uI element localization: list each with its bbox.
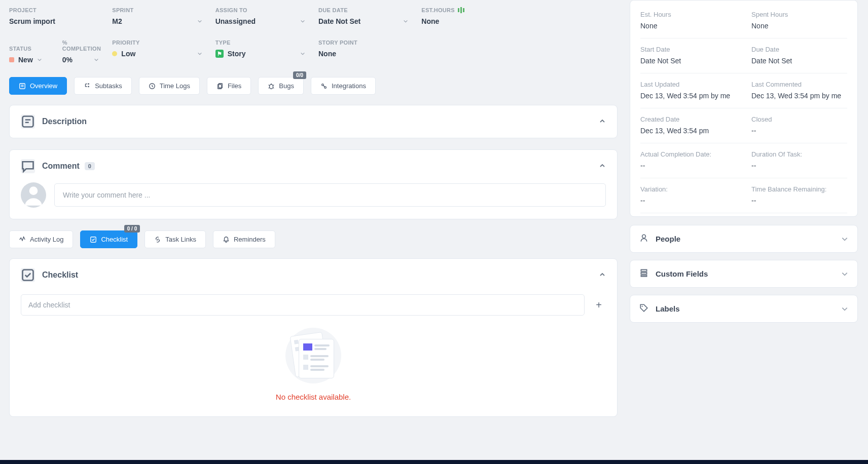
comment-input[interactable] <box>54 183 606 207</box>
tab-overview[interactable]: Overview <box>9 77 67 95</box>
tab-reminders[interactable]: Reminders <box>213 230 275 248</box>
svg-point-17 <box>642 306 643 307</box>
panel-comment-title: Comment <box>42 162 80 171</box>
dropdown-due[interactable]: Date Not Set <box>318 17 411 25</box>
svg-rect-16 <box>641 276 646 277</box>
value-assign: Unassigned <box>215 17 256 25</box>
custom-fields-icon <box>639 268 648 279</box>
tag-icon <box>639 303 648 314</box>
dropdown-priority[interactable]: Low <box>112 50 205 58</box>
svg-point-1 <box>88 83 90 85</box>
value-priority: Low <box>121 50 135 58</box>
value-completion: 0% <box>62 56 73 64</box>
dropdown-sprint[interactable]: M2 <box>112 17 205 25</box>
chevron-down-icon <box>197 19 202 24</box>
tab-integrations[interactable]: Integrations <box>311 77 376 95</box>
label-project: PROJECT <box>9 7 102 13</box>
tab-checklist[interactable]: Checklist 0 / 0 <box>80 230 137 248</box>
dropdown-assign[interactable]: Unassigned <box>215 17 308 25</box>
label-type: TYPE <box>215 40 308 46</box>
chevron-down-icon <box>841 236 848 243</box>
accordion-labels[interactable]: Labels <box>630 295 858 323</box>
clock-icon <box>149 83 156 90</box>
chevron-up-icon <box>599 271 606 280</box>
comment-count-badge: 0 <box>85 162 95 170</box>
subtasks-icon <box>84 83 91 90</box>
integrations-icon <box>320 83 328 90</box>
description-icon <box>21 114 35 129</box>
empty-illustration <box>285 328 341 383</box>
chevron-up-icon <box>599 118 606 126</box>
tab-files[interactable]: Files <box>207 77 251 95</box>
accordion-people[interactable]: People <box>630 225 858 253</box>
value-type: Story <box>228 50 246 58</box>
activity-icon <box>19 236 26 243</box>
tab-tasklinks[interactable]: Task Links <box>144 230 206 248</box>
label-due: DUE DATE <box>318 7 411 13</box>
dropdown-status[interactable]: New <box>9 56 45 64</box>
dropdown-type[interactable]: ⚑ Story <box>215 50 308 58</box>
info-spent-hours: Spent Hours None <box>751 4 847 38</box>
accordion-custom-fields[interactable]: Custom Fields <box>630 260 858 288</box>
panel-description-title: Description <box>42 117 592 126</box>
field-priority: PRIORITY Low <box>112 40 205 64</box>
panel-comment-header[interactable]: Comment 0 <box>10 150 617 182</box>
field-assign: ASSIGN TO Unassigned <box>215 7 308 25</box>
field-project: PROJECT Scrum import <box>9 7 102 25</box>
files-icon <box>216 83 224 90</box>
chevron-down-icon <box>300 51 305 56</box>
bug-icon <box>268 83 275 90</box>
people-icon <box>639 234 648 244</box>
svg-point-10 <box>29 186 38 195</box>
field-due: DUE DATE Date Not Set <box>318 7 411 25</box>
bell-icon <box>223 236 230 243</box>
label-priority: PRIORITY <box>112 40 205 46</box>
tab-bugs[interactable]: Bugs 0/0 <box>258 77 304 95</box>
chevron-down-icon <box>37 57 42 62</box>
tab-subtasks[interactable]: Subtasks <box>74 77 131 95</box>
label-status: STATUS <box>9 46 45 52</box>
svg-rect-0 <box>20 83 25 89</box>
checklist-icon <box>90 236 97 243</box>
panel-checklist: Checklist + <box>9 258 618 417</box>
label-esthours: EST.HOURS <box>421 7 514 13</box>
panel-checklist-header[interactable]: Checklist <box>10 259 617 291</box>
comment-icon <box>21 159 35 173</box>
field-type: TYPE ⚑ Story <box>215 40 308 64</box>
info-start-date: Start Date Date Not Set <box>640 38 736 73</box>
bugs-count-badge: 0/0 <box>293 71 306 79</box>
tab-activity-log[interactable]: Activity Log <box>9 230 73 248</box>
avatar <box>21 182 46 208</box>
svg-rect-14 <box>641 269 646 271</box>
tab-timelogs[interactable]: Time Logs <box>139 77 200 95</box>
chevron-down-icon <box>300 19 305 24</box>
dropdown-completion[interactable]: 0% <box>62 56 102 64</box>
svg-point-7 <box>322 84 324 86</box>
tabs-secondary: Activity Log Checklist 0 / 0 Task Links … <box>9 230 618 248</box>
value-sprint: M2 <box>112 17 122 25</box>
link-icon <box>154 236 161 243</box>
info-duration: Duration Of Task: -- <box>751 143 847 178</box>
panel-description-header[interactable]: Description <box>10 105 617 138</box>
panel-description: Description <box>9 105 618 138</box>
checklist-empty-state: No checklist available. <box>21 316 606 404</box>
checklist-icon <box>21 268 35 282</box>
info-est-hours: Est. Hours None <box>640 4 736 38</box>
field-sprint: SPRINT M2 <box>112 7 205 25</box>
checklist-input[interactable] <box>21 294 585 316</box>
svg-rect-15 <box>641 273 646 274</box>
field-storypoint: STORY POINT None <box>318 40 411 64</box>
add-checklist-button[interactable]: + <box>592 299 606 311</box>
info-last-commented: Last Commented Dec 13, Wed 3:54 pm by me <box>751 73 847 108</box>
checklist-count-badge: 0 / 0 <box>124 225 140 233</box>
svg-point-13 <box>642 235 646 238</box>
label-completion: % COMPLETION <box>62 40 102 52</box>
bottom-bar <box>0 460 868 464</box>
chevron-down-icon <box>403 19 408 24</box>
info-created-date: Created Date Dec 13, Wed 3:54 pm <box>640 108 736 143</box>
field-esthours: EST.HOURS None <box>421 7 514 25</box>
info-variation: Variation: -- <box>640 178 736 213</box>
value-storypoint: None <box>318 50 411 58</box>
value-project: Scrum import <box>9 17 102 25</box>
info-card: Est. Hours None Spent Hours None Start D… <box>630 0 858 217</box>
